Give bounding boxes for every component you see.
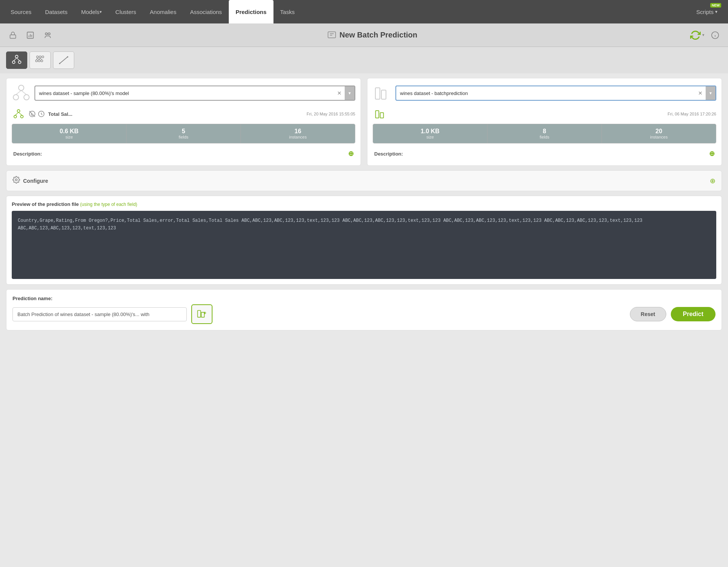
prediction-name-input[interactable]: [12, 307, 187, 321]
dataset-info-icon: [373, 107, 386, 121]
svg-point-24: [13, 95, 19, 100]
svg-point-15: [38, 60, 40, 62]
preview-title: Preview of the prediction file (using th…: [12, 201, 716, 207]
nav-datasets[interactable]: Datasets: [38, 0, 74, 23]
gear-icon: [12, 176, 20, 185]
dataset-dropdown[interactable]: ✕ ▾: [395, 86, 716, 101]
right-stat-instances: 20 instances: [602, 124, 716, 143]
nav-clusters[interactable]: Clusters: [109, 0, 143, 23]
configure-header: Configure ⊕: [6, 171, 722, 191]
type-btn-linear[interactable]: [53, 51, 74, 69]
reset-button[interactable]: Reset: [630, 307, 666, 321]
left-description-toggle[interactable]: ⊕: [348, 150, 354, 158]
nav-associations[interactable]: Associations: [183, 0, 229, 23]
model-arrow-btn[interactable]: ▾: [345, 86, 355, 100]
svg-line-18: [37, 58, 39, 60]
right-stat-size: 1.0 KB size: [373, 124, 487, 143]
sub-header: New Batch Prediction ▾: [0, 23, 728, 47]
preview-code-block: Country,Grape,Rating,From Oregon?,Price,…: [12, 211, 716, 279]
icon-selector-btn[interactable]: [191, 304, 212, 324]
left-stats-row: 0.6 KB size 5 fields 16 instances: [12, 124, 355, 143]
left-description-row: Description: ⊕: [12, 147, 355, 160]
svg-rect-4: [328, 32, 336, 38]
right-panel-info-row: Fri, 06 May 2016 17:20:26: [373, 107, 716, 121]
svg-point-11: [36, 56, 38, 58]
sub-header-right: ▾: [690, 28, 722, 42]
left-description-label: Description:: [13, 151, 42, 157]
svg-line-10: [17, 58, 20, 61]
main-content: ✕ ▾: [0, 73, 728, 335]
svg-point-6: [16, 55, 18, 58]
right-model-date: Fri, 06 May 2016 17:20:26: [668, 112, 716, 116]
svg-point-12: [39, 56, 41, 58]
configure-title: Configure: [12, 176, 48, 185]
dataset-clear-btn[interactable]: ✕: [695, 86, 706, 100]
svg-point-7: [12, 61, 15, 64]
chart-icon[interactable]: [23, 28, 37, 42]
bottom-section: Prediction name: Reset Predict: [6, 289, 722, 330]
svg-line-19: [39, 58, 40, 60]
type-btn-tree[interactable]: [6, 51, 27, 69]
model-dropdown[interactable]: ✕ ▾: [34, 86, 355, 101]
dataset-input[interactable]: [396, 87, 695, 99]
left-panel-top: ✕ ▾: [12, 84, 355, 103]
left-model-extra-icons: [28, 110, 45, 118]
top-nav: Sources Datasets Models Clusters Anomali…: [0, 0, 728, 23]
configure-section: Configure ⊕: [6, 170, 722, 191]
model-info-icon: [12, 107, 25, 121]
right-stat-fields: 8 fields: [487, 124, 602, 143]
model-input[interactable]: [35, 87, 334, 99]
right-description-label: Description:: [374, 151, 403, 157]
configure-toggle[interactable]: ⊕: [710, 177, 716, 185]
svg-point-25: [24, 95, 29, 100]
right-description-toggle[interactable]: ⊕: [709, 150, 715, 158]
model-icon-left: [12, 84, 31, 103]
svg-point-29: [14, 115, 17, 118]
left-model-date: Fri, 20 May 2016 15:55:05: [307, 112, 355, 116]
type-btn-ensemble[interactable]: [30, 51, 51, 69]
group-icon[interactable]: [41, 28, 55, 42]
nav-scripts[interactable]: Scripts ▾ NEW: [689, 0, 724, 23]
svg-rect-0: [10, 35, 16, 38]
info-icon[interactable]: [708, 28, 722, 42]
refresh-button[interactable]: ▾: [690, 30, 705, 40]
left-panel: ✕ ▾: [6, 78, 361, 166]
svg-line-31: [15, 112, 19, 115]
nav-tasks[interactable]: Tasks: [273, 0, 302, 23]
svg-point-8: [18, 61, 21, 64]
dataset-arrow-btn[interactable]: ▾: [706, 86, 716, 100]
left-stat-size: 0.6 KB size: [12, 124, 127, 143]
nav-scripts-label: Scripts: [696, 9, 714, 15]
svg-line-17: [36, 58, 37, 60]
right-panel: ✕ ▾ Fri, 06 May 2016 17:20:26 1.0 KB siz…: [367, 78, 722, 166]
new-badge: NEW: [710, 3, 721, 8]
right-description-row: Description: ⊕: [373, 147, 716, 160]
svg-rect-38: [380, 113, 384, 118]
svg-point-14: [36, 60, 37, 62]
nav-sources[interactable]: Sources: [4, 0, 38, 23]
svg-point-22: [67, 56, 69, 58]
svg-rect-37: [376, 111, 379, 118]
svg-point-39: [16, 179, 17, 181]
svg-rect-40: [198, 310, 201, 317]
svg-point-21: [59, 63, 61, 64]
preview-subtitle: (using the type of each field): [80, 202, 137, 207]
svg-point-2: [45, 33, 48, 35]
svg-line-26: [16, 90, 21, 95]
svg-point-28: [17, 110, 20, 112]
lock-icon[interactable]: [6, 28, 20, 42]
svg-point-3: [48, 33, 50, 35]
bottom-controls: Reset Predict: [12, 304, 716, 324]
model-clear-btn[interactable]: ✕: [334, 86, 345, 100]
svg-line-20: [40, 58, 42, 60]
predict-button[interactable]: Predict: [671, 307, 716, 321]
sub-header-left-icons: [6, 28, 55, 42]
left-stat-fields: 5 fields: [127, 124, 241, 143]
svg-point-30: [20, 115, 23, 118]
left-stat-instances: 16 instances: [241, 124, 355, 143]
page-title: New Batch Prediction: [55, 31, 690, 40]
nav-anomalies[interactable]: Anomalies: [143, 0, 183, 23]
nav-models[interactable]: Models: [74, 0, 108, 23]
configure-label: Configure: [23, 178, 48, 184]
nav-predictions[interactable]: Predictions: [229, 0, 273, 23]
